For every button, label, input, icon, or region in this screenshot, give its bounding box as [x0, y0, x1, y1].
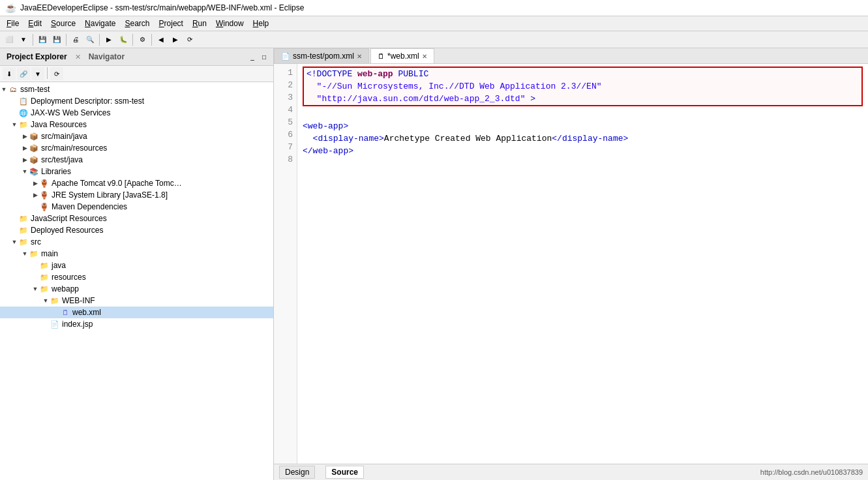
tree-icon: 📁: [29, 248, 39, 259]
menu-source[interactable]: Source: [47, 18, 80, 29]
tree-item[interactable]: 🌐JAX-WS Web Services: [0, 107, 273, 119]
save-button[interactable]: 💾: [36, 33, 49, 46]
tree-item[interactable]: ▶📦src/test/java: [0, 154, 273, 166]
back-button[interactable]: ◀: [155, 33, 168, 46]
tree-label: JAX-WS Web Services: [31, 108, 110, 117]
tree-label: JRE System Library [JavaSE-1.8]: [52, 190, 168, 200]
tree-icon: 📄: [50, 319, 60, 329]
tree-arrow: [10, 109, 18, 117]
panel-toolbar-btn-4[interactable]: ⟳: [50, 67, 63, 80]
tree-arrow: [31, 273, 39, 281]
pom-xml-close[interactable]: ✕: [357, 53, 362, 60]
tab-navigator[interactable]: Navigator: [86, 51, 127, 63]
tree-item[interactable]: ▼📁main: [0, 248, 273, 260]
tree-item[interactable]: 📋Deployment Descriptor: ssm-test: [0, 95, 273, 107]
tree-icon: 📋: [18, 96, 29, 106]
menu-help[interactable]: Help: [249, 18, 273, 29]
tree-icon: 📦: [29, 155, 39, 165]
run-button[interactable]: ▶: [102, 33, 115, 46]
menu-bar: File Edit Source Navigate Search Project…: [0, 16, 868, 31]
tab-pom-xml[interactable]: 📄 ssm-test/pom.xml ✕: [274, 48, 369, 63]
menu-window[interactable]: Window: [212, 18, 248, 29]
tree-icon: 🏺: [39, 202, 50, 212]
new-button[interactable]: ⬜: [3, 33, 16, 46]
tree-arrow: ▶: [31, 191, 39, 199]
menu-file[interactable]: File: [3, 18, 23, 29]
tree-icon: 📦: [29, 143, 39, 153]
code-line-8: [303, 157, 863, 170]
tree-label: ssm-test: [20, 85, 50, 94]
source-tab[interactable]: Source: [325, 466, 364, 479]
tree-icon: 🌐: [18, 108, 29, 118]
toolbar-btn-3[interactable]: 🖨: [69, 33, 82, 46]
pom-xml-label: ssm-test/pom.xml: [293, 52, 354, 61]
tree-item[interactable]: ▶🏺Apache Tomcat v9.0 [Apache Tomc…: [0, 177, 273, 189]
tree-item[interactable]: ▼🗂ssm-test: [0, 83, 273, 95]
tree-arrow: ▶: [31, 179, 39, 187]
tree-item[interactable]: ▶📦src/main/java: [0, 130, 273, 142]
panel-header: Project Explorer ✕ Navigator _ □: [0, 48, 273, 66]
tree-item[interactable]: ▼📚Libraries: [0, 166, 273, 177]
forward-button[interactable]: ▶: [169, 33, 182, 46]
tree-item[interactable]: 📁java: [0, 260, 273, 271]
tree-label: index.jsp: [62, 320, 93, 329]
menu-edit[interactable]: Edit: [24, 18, 46, 29]
tree-label: webapp: [52, 284, 79, 293]
tree-icon: 📁: [50, 295, 60, 306]
tree-item[interactable]: ▼📁WEB-INF: [0, 295, 273, 307]
tree-arrow: ▶: [21, 156, 29, 164]
tree-arrow: [52, 308, 60, 316]
tree-arrow: [31, 262, 39, 269]
toolbar-btn-5[interactable]: ⚙: [136, 33, 149, 46]
tree-label: resources: [52, 273, 86, 282]
tab-project-explorer[interactable]: Project Explorer: [4, 51, 70, 63]
tree-item[interactable]: ▶🏺JRE System Library [JavaSE-1.8]: [0, 189, 273, 201]
tree-item[interactable]: 📁resources: [0, 271, 273, 283]
tree-label: Libraries: [41, 167, 71, 176]
tree-label: src: [31, 237, 41, 247]
save-all-button[interactable]: 💾: [50, 33, 63, 46]
maximize-icon[interactable]: □: [259, 52, 269, 62]
tree-icon: 🗂: [8, 84, 18, 95]
tree-item[interactable]: 📄index.jsp: [0, 318, 273, 330]
code-area[interactable]: 1 2 3 4 5 6 7 8 <!DOCTYPE web-app PUBLIC…: [274, 64, 868, 464]
tree-arrow: [42, 320, 50, 328]
menu-navigate[interactable]: Navigate: [81, 18, 119, 29]
debug-button[interactable]: 🐛: [117, 33, 130, 46]
tree-item[interactable]: ▼📁webapp: [0, 283, 273, 295]
minimize-icon[interactable]: _: [247, 52, 258, 62]
collapse-all-button[interactable]: ⬇: [3, 67, 16, 80]
toolbar-btn-2[interactable]: ▼: [17, 33, 30, 46]
main-area: Project Explorer ✕ Navigator _ □ ⬇ 🔗 ▼ ⟳…: [0, 48, 868, 480]
tree-icon: 📁: [18, 225, 29, 235]
menu-project[interactable]: Project: [155, 18, 187, 29]
toolbar-btn-4[interactable]: 🔍: [83, 33, 97, 46]
toolbar-btn-6[interactable]: ⟳: [183, 33, 196, 46]
tree-item[interactable]: ▶📦src/main/resources: [0, 142, 273, 154]
tree-item[interactable]: 📁JavaScript Resources: [0, 213, 273, 224]
panel-toolbar-btn-3[interactable]: ▼: [31, 67, 44, 80]
panel-toolbar: ⬇ 🔗 ▼ ⟳: [0, 66, 273, 82]
tab-web-xml[interactable]: 🗒 *web.xml ✕: [370, 48, 434, 63]
panel-tab-separator: ✕: [75, 53, 81, 61]
code-line-7: </web-app>: [303, 145, 863, 157]
tree-item[interactable]: ▼📁src: [0, 236, 273, 248]
tree-item[interactable]: 📁Deployed Resources: [0, 224, 273, 236]
link-editor-button[interactable]: 🔗: [17, 67, 30, 80]
tree-item[interactable]: 🏺Maven Dependencies: [0, 201, 273, 213]
tree-item[interactable]: 🗒web.xml: [0, 307, 273, 318]
web-xml-label: *web.xml: [387, 52, 419, 61]
design-tab[interactable]: Design: [279, 466, 315, 479]
window-title: JavaEEDeveloperEclipse - ssm-test/src/ma…: [20, 3, 304, 12]
tree-label: WEB-INF: [62, 296, 95, 305]
web-xml-close[interactable]: ✕: [422, 53, 427, 60]
code-line-3: "http://java.sun.com/dtd/web-app_2_3.dtd…: [307, 93, 859, 105]
menu-search[interactable]: Search: [121, 18, 153, 29]
code-content[interactable]: <!DOCTYPE web-app PUBLIC "-//Sun Microsy…: [297, 64, 868, 464]
project-tree[interactable]: ▼🗂ssm-test📋Deployment Descriptor: ssm-te…: [0, 82, 273, 480]
tree-label: Java Resources: [31, 120, 87, 129]
tree-label: src/test/java: [41, 155, 83, 164]
bottom-bar: Design Source http://blog.csdn.net/u0108…: [274, 464, 868, 480]
tree-item[interactable]: ▼📁Java Resources: [0, 119, 273, 130]
menu-run[interactable]: Run: [188, 18, 211, 29]
